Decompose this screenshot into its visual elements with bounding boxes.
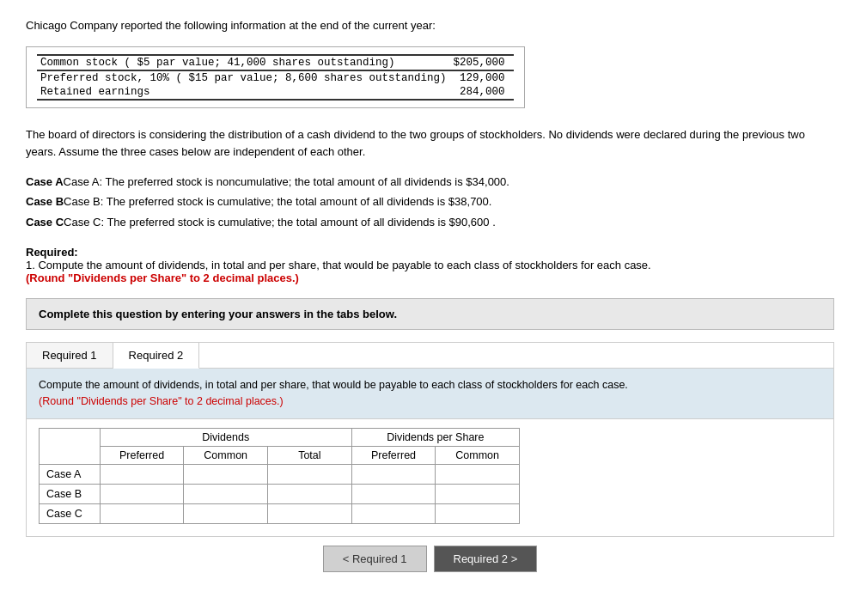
- required-item1: 1. Compute the amount of dividends, in t…: [26, 259, 834, 271]
- preferred-per-subheader: Preferred: [351, 446, 436, 464]
- body-text: The board of directors is considering th…: [26, 126, 834, 162]
- intro-text: Chicago Company reported the following i…: [26, 17, 834, 34]
- tab-required1[interactable]: Required 1: [27, 343, 113, 368]
- preferred-stock-label: Preferred stock, 10% ( $15 par value; 8,…: [37, 70, 450, 85]
- tabs-container: Required 1 Required 2 Compute the amount…: [26, 342, 834, 537]
- case-a-text: Case ACase A: The preferred stock is non…: [26, 172, 834, 192]
- next-arrow-icon: [508, 552, 517, 565]
- case-c-preferred-input-cell[interactable]: [100, 503, 184, 523]
- dividends-table: Dividends Dividends per Share Preferred …: [39, 428, 520, 524]
- data-table-wrapper: Dividends Dividends per Share Preferred …: [27, 419, 833, 536]
- case-c-preferred-input[interactable]: [107, 504, 176, 523]
- case-a-total-input[interactable]: [275, 465, 344, 484]
- total-subheader: Total: [268, 446, 352, 464]
- case-b-text: Case BCase B: The preferred stock is cum…: [26, 192, 834, 211]
- case-b-preferred-per-input-cell[interactable]: [351, 484, 436, 503]
- retained-earnings-label: Retained earnings: [37, 85, 450, 100]
- preferred-stock-amount: 129,000: [450, 70, 514, 85]
- case-b-common-per-input[interactable]: [443, 485, 512, 503]
- case-a-preferred-input[interactable]: [107, 465, 176, 484]
- case-c-common-input-cell[interactable]: [184, 503, 268, 523]
- case-c-preferred-per-input[interactable]: [359, 504, 428, 523]
- round-note: (Round "Dividends per Share" to 2 decima…: [26, 271, 834, 284]
- case-a-preferred-input-cell[interactable]: [100, 464, 184, 484]
- case-c-total-input-cell[interactable]: [268, 503, 352, 523]
- case-b-common-input[interactable]: [192, 485, 260, 503]
- case-a-label: Case A: [40, 464, 101, 484]
- case-a-total-input-cell[interactable]: [268, 464, 352, 484]
- common-subheader: Common: [184, 446, 268, 464]
- prev-arrow-icon: [343, 552, 352, 565]
- financial-table-wrapper: Common stock ( $5 par value; 41,000 shar…: [26, 46, 525, 108]
- case-b-common-per-input-cell[interactable]: [436, 484, 520, 503]
- case-c-label: Case C: [40, 503, 101, 523]
- cases-section: Case ACase A: The preferred stock is non…: [26, 172, 834, 232]
- common-stock-label: Common stock ( $5 par value; 41,000 shar…: [37, 55, 450, 70]
- empty-header: [40, 428, 101, 464]
- case-c-preferred-per-input-cell[interactable]: [351, 503, 436, 523]
- dividends-header: Dividends: [100, 428, 351, 446]
- case-b-label: Case B: [40, 484, 101, 503]
- common-per-subheader: Common: [436, 446, 520, 464]
- case-c-common-per-input-cell[interactable]: [436, 503, 520, 523]
- question-box: Complete this question by entering your …: [26, 298, 834, 330]
- prev-button[interactable]: Required 1: [323, 546, 427, 572]
- case-a-common-input[interactable]: [192, 465, 260, 484]
- case-a-preferred-per-input[interactable]: [359, 465, 428, 484]
- case-b-total-input-cell[interactable]: [268, 484, 352, 503]
- dividends-per-share-header: Dividends per Share: [351, 428, 519, 446]
- case-c-text: Case CCase C: The preferred stock is cum…: [26, 212, 834, 232]
- tabs-header: Required 1 Required 2: [27, 343, 833, 369]
- tab-round-note: (Round "Dividends per Share" to 2 decima…: [39, 395, 284, 407]
- nav-buttons: Required 1 Required 2: [26, 537, 834, 586]
- required-heading: Required:: [26, 246, 78, 259]
- table-row-case-b: Case B: [40, 484, 520, 503]
- preferred-subheader: Preferred: [100, 446, 184, 464]
- case-a-common-per-input-cell[interactable]: [436, 464, 520, 484]
- common-stock-amount: $205,000: [450, 55, 514, 70]
- case-c-common-input[interactable]: [192, 504, 260, 523]
- case-c-common-per-input[interactable]: [443, 504, 512, 523]
- retained-earnings-amount: 284,000: [450, 85, 514, 100]
- case-b-preferred-per-input[interactable]: [359, 485, 428, 503]
- case-c-total-input[interactable]: [275, 504, 344, 523]
- tab-content: Compute the amount of dividends, in tota…: [27, 369, 833, 419]
- case-b-preferred-input[interactable]: [107, 485, 176, 503]
- required-section: Required: 1. Compute the amount of divid…: [26, 246, 834, 284]
- case-b-common-input-cell[interactable]: [184, 484, 268, 503]
- case-a-common-input-cell[interactable]: [184, 464, 268, 484]
- financial-table: Common stock ( $5 par value; 41,000 shar…: [37, 54, 514, 101]
- next-button[interactable]: Required 2: [434, 546, 538, 572]
- tab-content-text: Compute the amount of dividends, in tota…: [39, 379, 628, 391]
- table-row-case-c: Case C: [40, 503, 520, 523]
- case-a-common-per-input[interactable]: [443, 465, 512, 484]
- tab-required2[interactable]: Required 2: [113, 343, 200, 369]
- case-b-preferred-input-cell[interactable]: [100, 484, 184, 503]
- case-a-preferred-per-input-cell[interactable]: [351, 464, 436, 484]
- table-row-case-a: Case A: [40, 464, 520, 484]
- case-b-total-input[interactable]: [275, 485, 344, 503]
